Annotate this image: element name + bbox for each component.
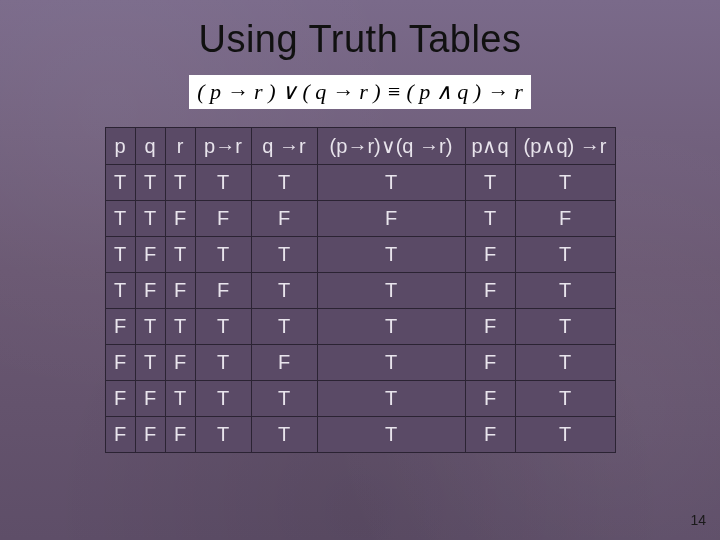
table-cell: F [317,201,465,237]
truth-table: p q r p→r q →r (p→r)∨(q →r) p∧q (p∧q) →r… [105,127,616,453]
table-cell: T [195,309,251,345]
table-cell: T [165,237,195,273]
table-cell: T [195,381,251,417]
col-header: (p→r)∨(q →r) [317,128,465,165]
table-cell: T [317,417,465,453]
table-cell: T [105,165,135,201]
table-row: TTTTTTTT [105,165,615,201]
table-cell: T [515,345,615,381]
table-cell: T [251,237,317,273]
col-header: p∧q [465,128,515,165]
table-cell: T [195,165,251,201]
table-cell: F [165,345,195,381]
table-cell: T [195,237,251,273]
col-header: q →r [251,128,317,165]
table-cell: T [251,381,317,417]
table-cell: F [105,309,135,345]
table-cell: T [317,237,465,273]
table-row: FFFTTTFT [105,417,615,453]
table-cell: F [195,273,251,309]
table-header-row: p q r p→r q →r (p→r)∨(q →r) p∧q (p∧q) →r [105,128,615,165]
table-cell: T [165,309,195,345]
table-cell: F [105,345,135,381]
table-cell: T [465,165,515,201]
col-header: p [105,128,135,165]
table-cell: T [135,345,165,381]
table-cell: F [135,417,165,453]
col-header: r [165,128,195,165]
col-header: p→r [195,128,251,165]
table-cell: T [105,201,135,237]
table-cell: T [465,201,515,237]
table-cell: T [105,237,135,273]
page-number: 14 [690,512,706,528]
table-cell: T [195,345,251,381]
table-cell: T [105,273,135,309]
table-cell: F [105,381,135,417]
table-row: TFTTTTFT [105,237,615,273]
table-cell: F [105,417,135,453]
table-cell: T [515,165,615,201]
table-cell: T [251,165,317,201]
table-cell: F [465,237,515,273]
table-cell: T [515,309,615,345]
table-cell: T [135,201,165,237]
table-cell: T [317,165,465,201]
table-cell: T [515,273,615,309]
table-cell: F [465,309,515,345]
table-cell: F [465,417,515,453]
table-cell: T [251,417,317,453]
table-cell: F [165,417,195,453]
col-header: q [135,128,165,165]
table-cell: F [515,201,615,237]
table-row: FTTTTTFT [105,309,615,345]
table-cell: T [515,381,615,417]
table-cell: F [251,345,317,381]
table-row: TTFFFFTF [105,201,615,237]
col-header: (p∧q) →r [515,128,615,165]
table-row: FTFTFTFT [105,345,615,381]
table-cell: T [135,165,165,201]
table-cell: F [165,273,195,309]
table-cell: F [465,345,515,381]
table-cell: F [135,273,165,309]
table-row: TFFFTTFT [105,273,615,309]
table-cell: F [135,381,165,417]
equation-formula: ( p → r ) ∨ ( q → r ) ≡ ( p ∧ q ) → r [189,75,530,109]
table-cell: F [465,273,515,309]
table-cell: T [317,309,465,345]
table-cell: T [515,417,615,453]
table-cell: T [251,309,317,345]
table-row: FFTTTTFT [105,381,615,417]
table-cell: F [135,237,165,273]
table-cell: F [465,381,515,417]
table-cell: T [515,237,615,273]
table-cell: T [165,165,195,201]
table-cell: T [317,381,465,417]
table-cell: T [165,381,195,417]
table-cell: T [195,417,251,453]
table-cell: T [317,345,465,381]
table-cell: F [195,201,251,237]
slide-title: Using Truth Tables [0,0,720,61]
table-cell: F [165,201,195,237]
table-cell: T [251,273,317,309]
table-cell: T [135,309,165,345]
table-cell: T [317,273,465,309]
table-cell: F [251,201,317,237]
